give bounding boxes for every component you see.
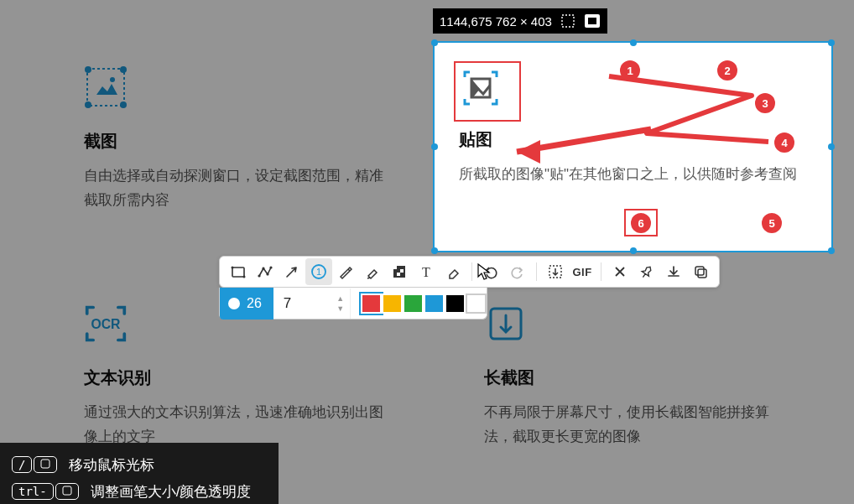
svg-point-16 [262,267,264,269]
separator [536,262,537,281]
svg-rect-28 [698,269,706,278]
mark-5[interactable]: 5 [762,213,782,233]
mark-1[interactable]: 1 [620,60,640,81]
eraser-tool[interactable] [440,258,466,285]
swatch-black[interactable] [445,294,466,314]
redo-button[interactable] [504,258,531,285]
swatch-green[interactable] [403,294,424,314]
card-title: 贴图 [459,128,807,151]
size-value: 26 [247,296,262,311]
coord-text: 1144,675 762 × 403 [440,14,552,29]
mark-2[interactable]: 2 [717,60,737,81]
key-d [34,456,57,473]
polyline-tool[interactable] [252,258,279,285]
rect-tool[interactable] [225,258,252,285]
annot-box-1[interactable] [454,61,521,122]
fullscreen-icon[interactable] [584,13,601,29]
svg-text:T: T [422,265,430,279]
svg-rect-30 [63,486,71,495]
tip-text-2: 调整画笔大小/颜色透明度 [91,482,252,501]
mosaic-tool[interactable] [386,258,413,285]
spinner-value: 7 [284,295,291,312]
mark-3[interactable]: 3 [755,93,775,113]
spinner-down[interactable]: ▼ [335,304,346,314]
size-badge[interactable]: 26 [220,288,273,320]
separator [601,262,601,281]
svg-rect-23 [400,269,404,273]
save-button[interactable] [660,258,687,285]
color-swatches [361,294,487,314]
undo-button[interactable] [477,258,504,285]
svg-rect-27 [695,267,704,275]
marker-tool[interactable] [359,258,386,285]
style-subbar: 26 7 ▲ ▼ [219,288,487,320]
svg-rect-24 [397,273,400,276]
bounds-icon[interactable] [560,13,575,29]
swatch-yellow[interactable] [382,294,403,314]
svg-rect-12 [232,268,244,277]
help-tooltip: / 移动鼠标光标 trl- 调整画笔大小/颜色透明度 [0,443,279,504]
key-slash: / [12,456,32,473]
svg-point-17 [266,273,268,275]
svg-point-15 [258,274,260,277]
separator [471,262,472,281]
svg-rect-22 [393,266,397,269]
svg-text:1: 1 [316,267,321,277]
annot-toolbar: 1 T GIF [219,256,720,288]
spinner-up[interactable]: ▲ [335,294,346,304]
number-tool[interactable]: 1 [305,258,332,285]
svg-point-18 [269,266,272,268]
copy-button[interactable] [687,258,714,285]
card-desc: 所截取的图像"贴"在其他窗口之上，以供随时参考查阅 [459,163,807,187]
svg-point-13 [232,267,234,269]
close-button[interactable] [607,258,633,285]
swatch-red[interactable] [361,294,382,314]
arrow-tool[interactable] [279,258,305,285]
mark-4[interactable]: 4 [774,132,794,153]
key-ctrl: trl- [12,483,54,500]
svg-rect-9 [562,15,574,27]
text-tool[interactable]: T [413,258,440,285]
coord-bar: 1144,675 762 × 403 [433,8,607,34]
mark-6[interactable]: 6 [631,213,651,233]
svg-rect-29 [41,460,49,468]
tip-text-1: 移动鼠标光标 [69,455,154,475]
pin-button[interactable] [633,258,660,285]
svg-point-14 [243,276,246,278]
size-dot-icon [228,298,240,309]
number-spinner[interactable]: 7 ▲ ▼ [275,288,351,319]
longshot-button[interactable] [542,258,569,285]
swatch-white[interactable] [466,294,487,314]
swatch-blue[interactable] [424,294,445,314]
gif-button[interactable]: GIF [569,258,596,285]
key-box [55,483,79,500]
svg-rect-11 [588,18,596,24]
pen-tool[interactable] [332,258,359,285]
